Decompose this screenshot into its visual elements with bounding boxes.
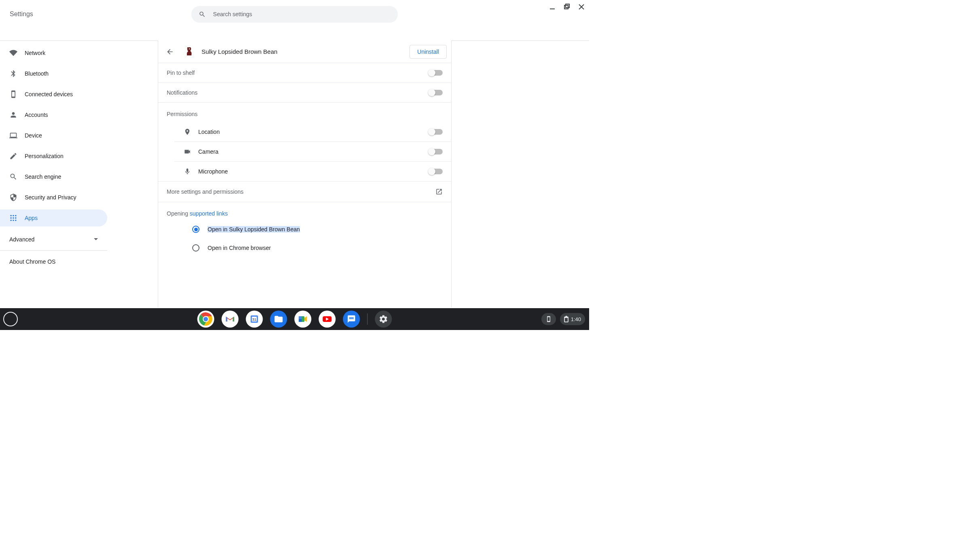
notifications-row: Notifications <box>158 83 451 103</box>
supported-links-link[interactable]: supported links <box>190 210 228 217</box>
svg-point-11 <box>11 220 12 221</box>
sidebar-item-device[interactable]: Device <box>0 127 107 144</box>
open-in-app-label: Open in Sulky Lopsided Brown Bean <box>208 226 300 233</box>
svg-point-14 <box>189 48 190 49</box>
shelf-app-gmail[interactable] <box>222 311 239 328</box>
permission-camera-toggle[interactable] <box>429 149 443 154</box>
svg-point-10 <box>15 217 16 218</box>
chevron-down-icon <box>94 238 98 241</box>
sidebar-item-label: Connected devices <box>25 91 73 97</box>
back-button[interactable] <box>163 44 177 59</box>
open-in-chrome-radio[interactable] <box>192 244 199 252</box>
sidebar-item-personalization[interactable]: Personalization <box>0 148 107 165</box>
bluetooth-icon <box>9 70 17 78</box>
svg-point-8 <box>11 217 12 218</box>
svg-rect-27 <box>299 319 302 322</box>
search-icon <box>199 11 206 18</box>
sidebar-advanced-label: Advanced <box>9 236 34 243</box>
sidebar-item-label: Search engine <box>25 173 61 180</box>
open-in-app-radio[interactable] <box>192 226 199 233</box>
sidebar-item-label: Security and Privacy <box>25 194 76 201</box>
notifications-label: Notifications <box>167 89 429 96</box>
sidebar-item-bluetooth[interactable]: Bluetooth <box>0 65 107 82</box>
wifi-icon <box>9 49 17 57</box>
laptop-icon <box>9 131 17 140</box>
svg-rect-26 <box>299 316 302 319</box>
shelf-app-settings[interactable] <box>375 311 392 328</box>
svg-point-6 <box>13 215 14 216</box>
sidebar: Network Bluetooth Connected devices Acco… <box>0 44 107 271</box>
sidebar-item-apps[interactable]: Apps <box>0 209 107 226</box>
permission-camera-label: Camera <box>198 148 429 155</box>
open-in-chrome-radio-row[interactable]: Open in Chrome browser <box>158 239 451 257</box>
permission-microphone-toggle[interactable] <box>429 169 443 174</box>
tray-status[interactable]: 1:40 <box>560 313 585 325</box>
microphone-icon <box>183 168 192 175</box>
phone-icon <box>545 316 552 322</box>
shelf: 31 1:40 <box>0 308 589 330</box>
sidebar-item-label: Bluetooth <box>25 70 49 77</box>
sidebar-item-connected-devices[interactable]: Connected devices <box>0 86 107 103</box>
permission-camera-row: Camera <box>174 142 451 162</box>
apps-icon <box>9 214 17 222</box>
sidebar-advanced[interactable]: Advanced <box>0 230 107 249</box>
sidebar-item-label: Accounts <box>25 112 48 118</box>
sidebar-item-label: Device <box>25 132 42 139</box>
pin-to-shelf-row: Pin to shelf <box>158 63 451 83</box>
sidebar-item-label: Personalization <box>25 153 64 159</box>
svg-point-7 <box>15 215 16 216</box>
permissions-title: Permissions <box>158 103 451 122</box>
shield-icon <box>9 193 17 201</box>
permission-location-toggle[interactable] <box>429 129 443 135</box>
sidebar-about[interactable]: About Chrome OS <box>0 252 107 271</box>
open-in-app-radio-row[interactable]: Open in Sulky Lopsided Brown Bean <box>158 220 451 239</box>
app-name: Sulky Lopsided Brown Bean <box>202 48 409 55</box>
sidebar-item-label: Apps <box>25 215 38 221</box>
battery-icon <box>564 316 568 322</box>
clock: 1:40 <box>571 316 581 322</box>
app-detail-panel: Sulky Lopsided Brown Bean Uninstall Pin … <box>158 40 452 307</box>
shelf-app-meet[interactable] <box>295 311 312 328</box>
svg-point-12 <box>13 220 14 221</box>
launcher-button[interactable] <box>3 312 18 326</box>
sidebar-about-label: About Chrome OS <box>9 258 55 265</box>
svg-point-9 <box>13 217 14 218</box>
tray-phone[interactable] <box>541 313 556 325</box>
shelf-app-chrome[interactable] <box>197 311 214 328</box>
shelf-app-calendar[interactable]: 31 <box>246 311 263 328</box>
phone-icon <box>9 90 17 98</box>
more-settings-label: More settings and permissions <box>167 188 435 195</box>
sidebar-item-security[interactable]: Security and Privacy <box>0 189 107 206</box>
pin-to-shelf-toggle[interactable] <box>429 70 443 76</box>
page-title: Settings <box>10 11 33 18</box>
shelf-app-youtube[interactable] <box>319 311 336 328</box>
permission-location-label: Location <box>198 129 429 135</box>
shelf-app-messages[interactable] <box>343 311 360 328</box>
opening-prefix: Opening <box>167 210 190 217</box>
more-settings-row[interactable]: More settings and permissions <box>158 181 451 202</box>
open-in-chrome-label: Open in Chrome browser <box>208 245 271 251</box>
sidebar-item-network[interactable]: Network <box>0 44 107 61</box>
sidebar-item-search-engine[interactable]: Search engine <box>0 168 107 185</box>
sidebar-item-accounts[interactable]: Accounts <box>0 106 107 123</box>
camera-icon <box>183 148 192 155</box>
uninstall-button[interactable]: Uninstall <box>409 45 447 59</box>
svg-text:31: 31 <box>252 317 256 322</box>
search-box[interactable] <box>191 6 398 23</box>
svg-point-18 <box>204 317 208 322</box>
svg-point-13 <box>15 220 16 221</box>
location-icon <box>183 128 192 135</box>
arrow-left-icon <box>166 48 174 56</box>
permission-microphone-label: Microphone <box>198 168 429 175</box>
search-input[interactable] <box>213 11 390 17</box>
svg-point-5 <box>11 215 12 216</box>
person-icon <box>9 111 17 119</box>
pin-to-shelf-label: Pin to shelf <box>167 70 429 76</box>
notifications-toggle[interactable] <box>429 90 443 95</box>
edit-icon <box>9 152 17 160</box>
permission-location-row: Location <box>174 122 451 142</box>
opening-links-section: Opening supported links <box>158 202 451 220</box>
permission-microphone-row: Microphone <box>174 162 451 181</box>
sidebar-item-label: Network <box>25 50 45 56</box>
shelf-app-files[interactable] <box>270 311 287 328</box>
